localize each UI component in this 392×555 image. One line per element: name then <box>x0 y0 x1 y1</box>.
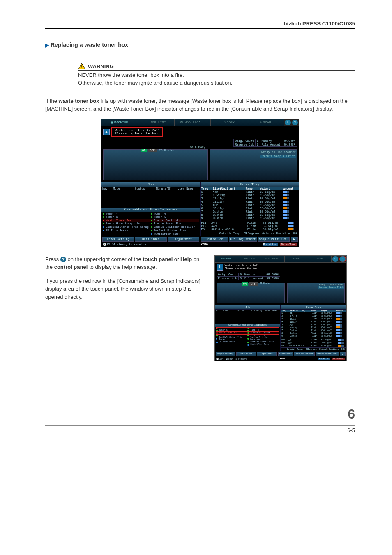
execute-sample-button-sm[interactable]: Execute Sample Print <box>318 286 344 289</box>
sample-print-button[interactable]: Sample Print Set. <box>258 237 290 242</box>
page-number: 6-5 <box>45 425 355 433</box>
table-row: 1A4▢Plain55-61g/m2 <box>201 190 299 194</box>
page-header-model: bizhub PRESS C1100/C1085 <box>45 21 355 29</box>
svg-text:!: ! <box>81 64 83 69</box>
consumables-list[interactable]: Toner YToner M Toner CToner K Waste Tone… <box>101 212 200 236</box>
table-row: 5A3▢Plain55-61g/m2 <box>201 204 299 207</box>
step-paragraph-2: If you press the red row in the [Consuma… <box>45 277 207 301</box>
counter-table-sm: Orig. Count0Memory99.999% Reserve Job0Fi… <box>217 273 280 280</box>
table-row: 411x17▢Plain55-61g/m2 <box>201 200 299 204</box>
sample-print-button-sm[interactable]: Sample Print Set. <box>316 352 339 356</box>
table-row: 613x19▢Plain55-61g/m2 <box>201 207 299 210</box>
status-info-icon: i <box>103 129 110 135</box>
section-title: ▶Replacing a waste toner box <box>45 42 355 51</box>
pb-heater-toggle[interactable]: ON OFF PB Heater <box>141 149 175 152</box>
copy-icon: ❐ <box>224 120 226 124</box>
table-row: 9CustomPlain55-61g/m2 <box>201 217 299 220</box>
adjustment-button-sm[interactable]: Adjustment <box>257 352 277 356</box>
table-row: 8CustomPlain55-61g/m2 <box>281 332 346 335</box>
job-panel-title-sm: Job <box>215 305 281 310</box>
pb-heater-toggle-sm[interactable]: ONOFF PB Heater <box>242 282 271 286</box>
intro-paragraph: If the waste toner box fills up with was… <box>45 97 355 113</box>
machine-screenshot-small: MACHINE JOB LIST HDD RECALL COPY SCAN i … <box>214 255 347 361</box>
tab-joblist-sm[interactable]: JOB LIST <box>238 256 261 262</box>
controller-button[interactable]: Controller <box>201 237 228 242</box>
table-row: PI2A4▢Plain55-61g/m2 <box>281 342 346 345</box>
job-header: No. Mode Status Minute(S) User Name <box>101 187 200 190</box>
warning-line1: NEVER throw the waste toner box into a f… <box>78 72 355 79</box>
both-sides-button[interactable]: Both Sides <box>135 237 166 242</box>
scan-icon: ✎ <box>260 120 262 124</box>
environment-readout: Outside Temp.25Degrees Outside Humidity5… <box>201 231 299 236</box>
list-icon: ☰ <box>146 120 149 124</box>
section-title-text: Replacing a waste toner box <box>51 42 128 48</box>
curl-adjust-button-sm[interactable]: Curl Adjustment <box>294 352 315 356</box>
tab-scan[interactable]: ✎SCAN <box>247 119 284 126</box>
status-message-sm: Waste toner box is full Please replace t… <box>225 264 259 270</box>
paper-setting-button-sm[interactable]: Paper Setting <box>216 352 235 356</box>
warning-line2: Otherwise, the toner may ignite and caus… <box>78 79 355 87</box>
machine-screenshot-large: ▣MACHINE ☰JOB LIST ⛃HDD RECALL ❐COPY ✎SC… <box>101 119 299 247</box>
table-row: PI1A4▢Plain55-61g/m2 <box>201 221 299 224</box>
table-row: 411x17▢Plain55-61g/m2 <box>281 321 346 324</box>
paper-panel-title-sm: Paper Tray <box>281 305 346 310</box>
tab-copy[interactable]: ❐COPY <box>211 119 247 126</box>
main-body-preview: ON OFF PB Heater Main Body <box>103 149 208 180</box>
finisher-preview-sm: Ready to use scanner Execute Sample Prin… <box>287 283 345 303</box>
table-row: PB307.0 x 470.0Plain81-91g/m2 <box>281 345 346 347</box>
help-icon-button-sm[interactable]: ? <box>340 256 346 262</box>
tab-joblist[interactable]: ☰JOB LIST <box>138 119 175 126</box>
table-row: 5A3▢Plain55-61g/m2 <box>281 324 346 326</box>
step-paragraph-1: Press ? on the upper-right corner of the… <box>45 255 207 271</box>
controller-button-sm[interactable]: Controller <box>278 352 293 356</box>
table-row: 8CustomPlain55-61g/m2 <box>201 213 299 217</box>
status-bar: 🕐12:44 ▲Ready to receive KOMA Rotation D… <box>101 243 299 247</box>
intro-prefix: If the <box>45 98 59 104</box>
both-sides-button-sm[interactable]: Both Sides <box>236 352 256 356</box>
info-icon-button-sm[interactable]: i <box>332 256 338 262</box>
tab-hdd[interactable]: ⛃HDD RECALL <box>175 119 211 126</box>
next-arrow-button-sm[interactable]: ▶ <box>340 352 346 356</box>
adjustment-button[interactable]: Adjustment <box>168 237 199 242</box>
table-row: PI1A4▢Plain55-61g/m2 <box>281 339 346 342</box>
tab-scan-sm[interactable]: SCAN <box>308 256 332 262</box>
table-row: 7CustomPlain55-61g/m2 <box>281 329 346 332</box>
machine-icon: ▣ <box>111 120 113 124</box>
next-arrow-button[interactable]: ▶ <box>291 237 298 242</box>
finisher-preview: Ready to use scanner Execute Sample Prin… <box>210 149 297 180</box>
execute-sample-button[interactable]: Execute Sample Print <box>260 155 296 158</box>
job-panel-title: Job <box>101 182 200 187</box>
tab-machine[interactable]: ▣MACHINE <box>101 119 138 126</box>
paper-pi-table: PI1A4▢Plain55-61g/m2PI2A4▢Plain55-61g/m2… <box>201 221 299 231</box>
status-info-icon-sm: i <box>217 264 223 271</box>
table-row: 312x18▢Plain55-61g/m2 <box>281 318 346 321</box>
table-row: 613x19▢Plain55-61g/m2 <box>281 326 346 329</box>
drum-dev-badge: Drum/Dev. <box>280 243 297 246</box>
hdd-icon: ⛃ <box>180 120 183 124</box>
consumables-title: Consumable and Scrap Indicators <box>101 208 200 212</box>
tab-machine-sm[interactable]: MACHINE <box>215 256 238 262</box>
help-icon-button[interactable]: ? <box>292 120 298 125</box>
info-icon-button[interactable]: i <box>285 120 291 125</box>
intro-bold1: waste toner box <box>59 98 99 104</box>
consumables-list-sm[interactable]: Toner YToner M Toner CToner K Waste Tone… <box>215 327 281 347</box>
curl-adjust-button[interactable]: Curl Adjustment <box>229 237 257 242</box>
job-list-empty <box>101 190 200 208</box>
table-row: 28.5x11▢Plain55-61g/m2 <box>281 315 346 318</box>
chapter-number: 6 <box>45 407 355 422</box>
warning-label: WARNING <box>88 63 114 69</box>
tab-hdd-sm[interactable]: HDD RECALL <box>261 256 285 262</box>
warning-block: ! WARNING NEVER throw the waste toner bo… <box>78 63 355 87</box>
tab-copy-sm[interactable]: COPY <box>285 256 308 262</box>
paper-setting-button[interactable]: Paper Setting <box>102 237 134 242</box>
status-message: Waste toner box is full Please replace t… <box>111 127 163 137</box>
help-icon: ? <box>60 257 66 262</box>
counter-table: Orig. Count0Memory99.999% Reserve Job0Fi… <box>233 139 297 147</box>
section-arrow-icon: ▶ <box>45 42 49 48</box>
main-body-preview-sm: ONOFF PB Heater <box>217 283 285 303</box>
table-row: 9CustomPlain55-61g/m2 <box>281 335 346 338</box>
warning-triangle-icon: ! <box>78 63 85 69</box>
table-row: 1A4▢Plain55-61g/m2 <box>281 312 346 315</box>
table-row: PI2A4▢Plain55-61g/m2 <box>201 224 299 228</box>
table-row: 7CustomPlain55-61g/m2 <box>201 210 299 213</box>
